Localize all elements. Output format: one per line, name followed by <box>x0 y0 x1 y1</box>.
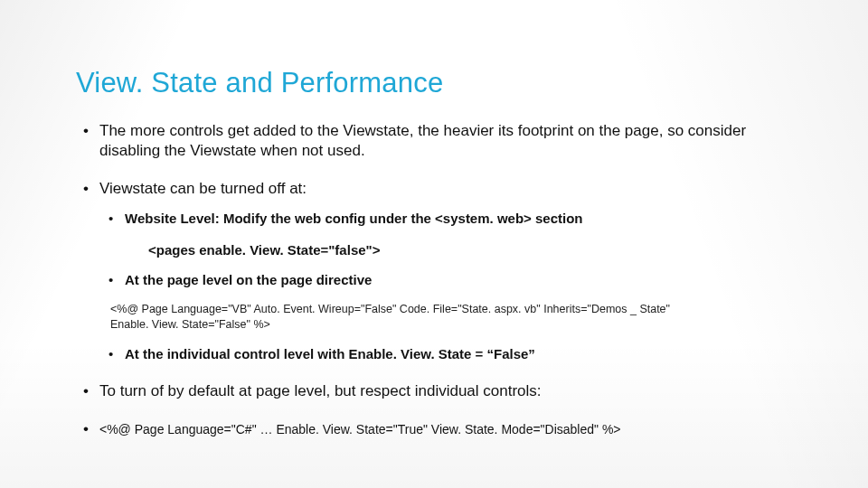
code-line: <pages enable. View. State="false"> <box>148 241 796 259</box>
bullet-item: <%@ Page Language="C#" … Enable. View. S… <box>99 419 796 439</box>
sub-bullet-list: At the page level on the page directive <box>99 271 796 289</box>
bullet-text: Viewstate can be turned off at: <box>99 180 307 197</box>
sub-bullet-list: Website Level: Modify the web config und… <box>99 210 796 228</box>
sub-bullet-item: Website Level: Modify the web config und… <box>125 210 796 228</box>
sub-bullet-text: At the individual control level with Ena… <box>125 346 535 361</box>
slide-title: View. State and Performance <box>76 67 796 99</box>
slide: View. State and Performance The more con… <box>0 0 868 488</box>
bullet-item: The more controls get added to the Views… <box>99 121 796 161</box>
bullet-item: Viewstate can be turned off at: Website … <box>99 179 796 363</box>
bullet-list: The more controls get added to the Views… <box>76 121 796 439</box>
sub-bullet-text: At the page level on the page directive <box>125 272 372 287</box>
bullet-text: To turn of by default at page level, but… <box>99 382 542 399</box>
sub-bullet-text: Website Level: Modify the web config und… <box>125 211 583 226</box>
code-block: <%@ Page Language="VB" Auto. Event. Wire… <box>110 302 689 333</box>
sub-bullet-list: At the individual control level with Ena… <box>99 345 796 363</box>
sub-bullet-item: At the individual control level with Ena… <box>125 345 796 363</box>
bullet-item: To turn of by default at page level, but… <box>99 381 796 401</box>
bullet-text: The more controls get added to the Views… <box>99 122 746 159</box>
sub-bullet-item: At the page level on the page directive <box>125 271 796 289</box>
code-line: <%@ Page Language="C#" … Enable. View. S… <box>99 422 621 436</box>
